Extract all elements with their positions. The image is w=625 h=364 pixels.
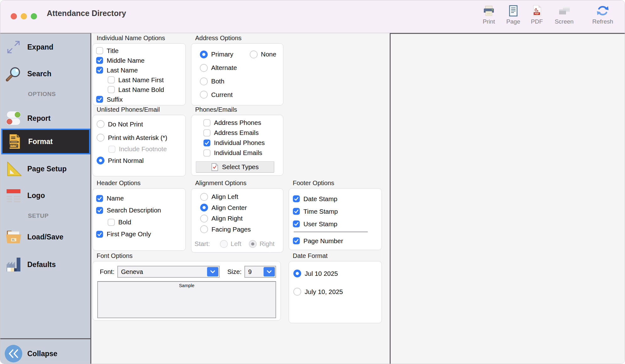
radio-both[interactable]: Both: [200, 77, 279, 86]
radio-unselected-icon: [250, 51, 258, 58]
report-toggles-icon: [4, 110, 23, 127]
close-button[interactable]: [11, 13, 17, 19]
page-setup-label: Page Setup: [27, 165, 67, 173]
logo-label: Logo: [27, 191, 45, 200]
checkbox-user-stamp[interactable]: User Stamp: [293, 219, 378, 229]
group-header-options: Header Options Name Search Description B…: [93, 179, 186, 251]
checkbox-unchecked-icon: [108, 76, 115, 83]
group-footer-options: Footer Options Date Stamp Time Stamp Use…: [289, 179, 382, 250]
radio-facing-pages[interactable]: Facing Pages: [200, 225, 280, 234]
radio-alternate[interactable]: Alternate: [200, 64, 279, 72]
sidebar-item-collapse[interactable]: Collapse: [0, 343, 90, 364]
sidebar-item-report[interactable]: Report: [0, 108, 90, 129]
collapse-label: Collapse: [27, 350, 57, 358]
refresh-icon: [589, 3, 616, 17]
radio-unselected-icon: [293, 288, 301, 296]
group-title: Header Options: [97, 179, 186, 187]
radio-selected-icon: [293, 270, 301, 277]
page-icon: [500, 3, 527, 17]
radio-primary[interactable]: Primary: [200, 50, 233, 59]
sidebar-item-expand[interactable]: Expand: [0, 36, 90, 58]
checkbox-unchecked-icon: [203, 149, 211, 157]
checkbox-time-stamp[interactable]: Time Stamp: [293, 206, 378, 216]
sidebar-item-search[interactable]: Search: [0, 63, 90, 84]
radio-align-center[interactable]: Align Center: [200, 204, 280, 212]
refresh-button[interactable]: Refresh: [589, 3, 616, 25]
radio-unselected-icon: [97, 120, 104, 128]
radio-align-right[interactable]: Align Right: [200, 214, 280, 223]
checkbox-individual-phones[interactable]: Individual Phones: [203, 138, 280, 148]
svg-text:PDF: PDF: [535, 13, 539, 15]
screen-label: Screen: [551, 18, 578, 25]
radio-unselected-icon: [200, 215, 208, 222]
checkbox-title[interactable]: Title: [96, 46, 182, 56]
search-icon: [4, 65, 23, 82]
radio-unselected-icon: [200, 78, 208, 85]
group-phones-emails: Phones/Emails Address Phones Address Ema…: [191, 106, 283, 176]
zoom-button[interactable]: [31, 13, 37, 19]
sidebar-item-defaults[interactable]: Defaults: [0, 254, 90, 275]
radio-disabled-icon: [220, 240, 228, 248]
preview-panel: [390, 33, 625, 364]
sidebar-item-load-save[interactable]: Load/Save: [0, 226, 90, 248]
radio-current[interactable]: Current: [200, 90, 279, 99]
checkbox-checked-icon: [96, 96, 103, 103]
group-address-options: Address Options Primary None Alternate: [191, 35, 283, 105]
radio-unselected-icon: [200, 91, 208, 99]
radio-none[interactable]: None: [250, 50, 276, 59]
checkbox-suffix[interactable]: Suffix: [96, 94, 182, 104]
checkbox-first-page-only[interactable]: First Page Only: [96, 229, 182, 239]
radio-unselected-icon: [200, 64, 208, 72]
checkbox-search-description[interactable]: Search Description: [96, 206, 182, 215]
checkbox-last-name[interactable]: Last Name: [96, 65, 182, 75]
minimize-button[interactable]: [21, 13, 27, 19]
letterhead-icon: [4, 187, 23, 204]
checkbox-page-number[interactable]: Page Number: [293, 236, 378, 246]
sidebar-item-logo[interactable]: Logo: [0, 185, 90, 206]
radio-date-format-long[interactable]: July 10, 2025: [293, 288, 377, 296]
radio-unselected-icon: [97, 134, 104, 142]
print-label: Print: [475, 18, 502, 25]
radio-print-with-asterisk[interactable]: Print with Asterisk (*): [97, 134, 182, 142]
format-label: Format: [28, 137, 53, 146]
load-save-label: Load/Save: [27, 233, 63, 241]
group-title: Alignment Options: [195, 179, 283, 187]
checkbox-address-emails[interactable]: Address Emails: [203, 128, 280, 138]
radio-date-format-short[interactable]: Jul 10 2025: [293, 270, 377, 277]
report-label: Report: [27, 114, 51, 123]
page-label: Page: [500, 18, 527, 25]
print-button[interactable]: Print: [475, 3, 502, 25]
pdf-button[interactable]: PDF PDF: [523, 3, 550, 25]
checkbox-middle-name[interactable]: Middle Name: [96, 56, 182, 65]
format-options-panel: Individual Name Options Title Middle Nam…: [91, 33, 390, 364]
font-sample-preview: Sample: [97, 281, 276, 318]
checkbox-checked-icon: [96, 207, 103, 214]
font-dropdown[interactable]: Geneva: [117, 266, 220, 278]
checkbox-unchecked-icon: [108, 86, 115, 93]
checkbox-name[interactable]: Name: [96, 194, 182, 203]
group-individual-name-options: Individual Name Options Title Middle Nam…: [93, 35, 186, 105]
select-types-button[interactable]: Select Types: [196, 161, 274, 173]
checkbox-bold[interactable]: Bold: [108, 217, 182, 227]
checkbox-last-name-first[interactable]: Last Name First: [108, 75, 182, 85]
checkbox-last-name-bold[interactable]: Last Name Bold: [108, 85, 182, 94]
radio-align-left[interactable]: Align Left: [200, 193, 280, 201]
sidebar-item-format[interactable]: Format: [1, 129, 90, 154]
size-dropdown[interactable]: 9: [244, 266, 276, 278]
start-label: Start:: [195, 240, 210, 248]
radio-print-normal[interactable]: Print Normal: [97, 157, 182, 164]
radio-do-not-print[interactable]: Do Not Print: [97, 120, 182, 128]
sample-text: Sample: [98, 282, 275, 288]
group-date-format: Date Format Jul 10 2025 July 10, 2025: [289, 252, 382, 323]
screen-button[interactable]: Screen: [551, 3, 578, 25]
checkbox-date-stamp[interactable]: Date Stamp: [293, 194, 378, 204]
checkbox-address-phones[interactable]: Address Phones: [203, 118, 280, 128]
group-font-options: Font Options Font: Geneva Size: 9: [93, 252, 281, 321]
format-document-icon: [5, 133, 24, 150]
checkbox-disabled-icon: [108, 146, 115, 153]
page-button[interactable]: Page: [500, 3, 527, 25]
checkbox-individual-emails[interactable]: Individual Emails: [203, 148, 280, 158]
sidebar-item-page-setup[interactable]: Page Setup: [0, 158, 90, 179]
checkbox-checked-icon: [203, 139, 211, 147]
checkbox-unchecked-icon: [203, 119, 211, 126]
